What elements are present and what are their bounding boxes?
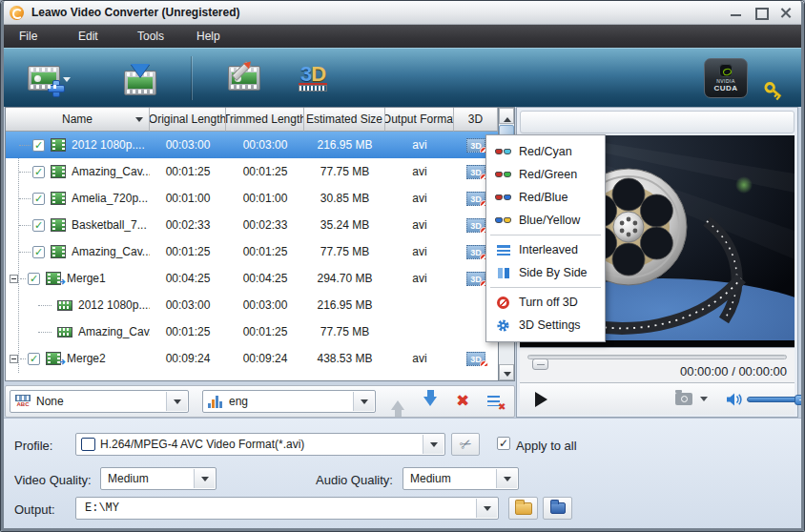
menu-file[interactable]: File: [19, 30, 78, 43]
open-folder-button[interactable]: [508, 497, 538, 520]
row-checkbox[interactable]: ✓: [28, 353, 40, 365]
volume-handle[interactable]: [795, 395, 805, 405]
edit-video-button[interactable]: [222, 56, 266, 100]
row-checkbox[interactable]: ✓: [32, 139, 45, 152]
row-3d-icon[interactable]: 3D: [466, 165, 485, 179]
volume-slider[interactable]: [747, 397, 805, 402]
maximize-button[interactable]: [754, 7, 768, 18]
profile-dropdown-arrow[interactable]: [423, 435, 444, 454]
table-row-amelia-720p[interactable]: ✓Amelia_720p...00:01:0000:01:0030.85 MBa…: [6, 185, 498, 212]
table-row-merge2[interactable]: ✓➜Merge200:09:2400:09:24438.53 MBavi3D: [6, 345, 498, 372]
add-video-icon: [28, 66, 60, 91]
file-name: Amelia_720p...: [72, 192, 148, 205]
volume-icon[interactable]: [727, 393, 742, 406]
scroll-down-button[interactable]: [499, 364, 514, 380]
menu-item-red-blue[interactable]: Red/Blue: [486, 186, 605, 209]
menu-tools[interactable]: Tools: [137, 30, 196, 43]
menu-edit[interactable]: Edit: [78, 30, 137, 43]
cell-3d: 3D: [454, 352, 498, 366]
cell-estimated-size: 77.75 MB: [304, 165, 385, 178]
move-up-button[interactable]: [387, 391, 408, 412]
row-3d-icon[interactable]: 3D: [466, 272, 485, 286]
column-header-name[interactable]: Name: [6, 108, 150, 132]
row-3d-icon[interactable]: 3D: [466, 245, 485, 259]
column-header-output-format[interactable]: Output Format: [385, 108, 454, 132]
column-header-estimated-size[interactable]: Estimated Size: [304, 108, 385, 132]
row-checkbox[interactable]: ✓: [32, 219, 45, 232]
output-dropdown-arrow[interactable]: [476, 499, 497, 518]
apply-to-all-checkbox[interactable]: ✓: [497, 437, 510, 450]
table-row-2012-1080p[interactable]: ✓2012 1080p....00:03:0000:03:00216.95 MB…: [6, 132, 498, 158]
row-3d-icon[interactable]: 3D: [466, 352, 485, 366]
cell-estimated-size: 294.70 MB: [304, 272, 385, 285]
column-header-original-length[interactable]: Original Length: [150, 108, 226, 132]
3d-movie-icon: 3D: [299, 65, 327, 92]
3d-movie-button[interactable]: 3D: [291, 56, 335, 100]
add-video-button[interactable]: [27, 56, 71, 100]
remove-button[interactable]: ✖: [452, 391, 473, 412]
expander-icon[interactable]: [10, 275, 18, 283]
menu-item-3d-settings[interactable]: 3D Settings: [486, 314, 605, 337]
seek-handle[interactable]: [532, 358, 548, 370]
row-checkbox[interactable]: ✓: [32, 193, 45, 205]
row-checkbox[interactable]: ✓: [32, 246, 45, 258]
key-icon[interactable]: [762, 79, 785, 102]
sort-caret-icon[interactable]: [135, 117, 143, 126]
audio-quality-dropdown-arrow[interactable]: [496, 469, 517, 488]
cell-name: ✓Amazing_Cav...: [6, 165, 150, 178]
column-header-trimmed-length[interactable]: Trimmed Length: [226, 108, 304, 132]
table-body: ✓2012 1080p....00:03:0000:03:00216.95 MB…: [6, 132, 498, 380]
cell-trimmed-length: 00:01:25: [226, 245, 304, 258]
audio-quality-select[interactable]: Medium: [402, 467, 519, 490]
edit-profile-button[interactable]: ✂: [451, 433, 480, 456]
audio-dropdown-arrow[interactable]: [353, 392, 374, 411]
row-3d-icon[interactable]: 3D: [466, 218, 485, 233]
snapshot-icon[interactable]: [675, 393, 692, 405]
table-row-amazing-cav[interactable]: Amazing_Cav...00:01:2500:01:2577.75 MB: [6, 318, 498, 345]
tree-stub: [19, 145, 31, 146]
subtitle-dropdown-arrow[interactable]: [166, 392, 187, 411]
subtitle-select[interactable]: ABC None: [10, 390, 189, 413]
menu-item-blue-yellow[interactable]: Blue/Yellow: [486, 209, 605, 232]
table-row-amazing-cav[interactable]: ✓Amazing_Cav...00:01:2500:01:2577.75 MBa…: [6, 158, 498, 185]
menu-item-red-cyan[interactable]: Red/Cyan: [486, 140, 605, 163]
window-title: Leawo Video Converter (Unregistered): [31, 6, 240, 19]
close-button[interactable]: [779, 7, 793, 18]
video-quality-select[interactable]: Medium: [100, 467, 217, 490]
row-checkbox[interactable]: ✓: [28, 273, 40, 285]
cell-output-format: avi: [385, 192, 454, 205]
menu-item-red-green[interactable]: Red/Green: [486, 163, 605, 186]
menu-help[interactable]: Help: [196, 30, 256, 43]
menu-item-turn-off-3d[interactable]: Turn off 3D: [486, 291, 605, 314]
glasses-blue-yellow-icon: [495, 214, 511, 228]
seek-bar[interactable]: [527, 355, 787, 359]
menu-separator: [490, 287, 601, 288]
table-row-2012-1080p[interactable]: 2012 1080p....00:03:0000:03:00216.95 MB: [6, 292, 498, 318]
audio-select[interactable]: eng: [202, 390, 376, 413]
row-3d-icon[interactable]: 3D: [466, 192, 485, 206]
profile-select[interactable]: H.264/MPEG-4 AVC Video Format(*.avi): [75, 433, 445, 456]
menu-item-side-by-side[interactable]: Side By Side: [486, 261, 605, 284]
download-video-button[interactable]: [118, 56, 162, 100]
expander-icon[interactable]: [10, 355, 18, 363]
browse-folder-button[interactable]: [543, 497, 572, 520]
cell-original-length: 00:09:24: [150, 352, 226, 365]
table-row-amazing-cav[interactable]: ✓Amazing_Cav...00:01:2500:01:2577.75 MBa…: [6, 238, 498, 265]
table-row-basketball-7[interactable]: ✓Basketball_7...00:02:3300:02:3335.24 MB…: [6, 212, 498, 238]
scroll-up-button[interactable]: [499, 108, 514, 124]
output-path-select[interactable]: E:\MY: [75, 497, 499, 520]
move-down-button[interactable]: [420, 391, 441, 412]
row-3d-icon[interactable]: 3D: [466, 138, 485, 153]
menu-item-interleaved[interactable]: Interleaved: [486, 238, 605, 261]
minimize-button[interactable]: [730, 7, 743, 18]
profile-format-icon: [81, 438, 95, 451]
snapshot-caret-icon[interactable]: [700, 397, 708, 405]
video-quality-dropdown-arrow[interactable]: [194, 469, 215, 488]
video-quality-value: Medium: [108, 472, 149, 485]
row-checkbox[interactable]: ✓: [32, 166, 45, 178]
table-row-merge1[interactable]: ✓➜Merge100:04:2500:04:25294.70 MBavi3D: [6, 265, 498, 292]
clear-list-button[interactable]: ✖: [485, 391, 506, 412]
column-header-3d[interactable]: 3D: [454, 108, 498, 132]
play-button[interactable]: [535, 392, 555, 407]
edit-video-icon: [228, 66, 260, 91]
